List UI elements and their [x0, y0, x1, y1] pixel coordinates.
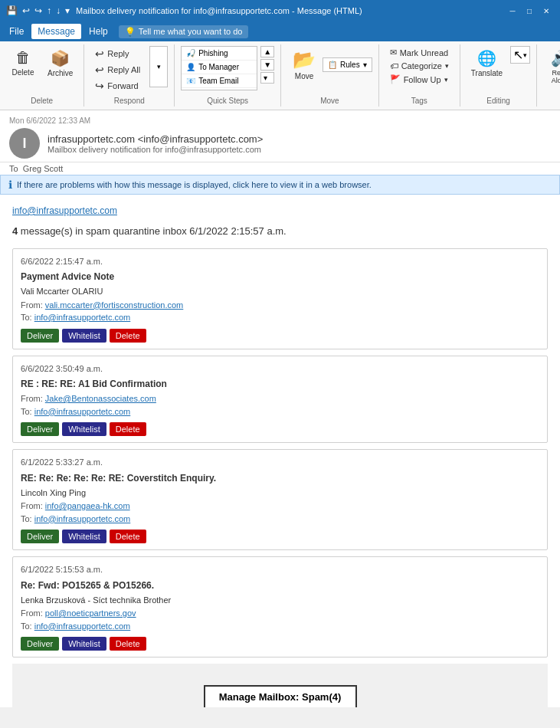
quicksteps-more[interactable]: ▾	[260, 72, 274, 84]
ribbon-group-tags-buttons: ✉ Mark Unread 🏷 Categorize ▾ 🚩 Follow Up…	[385, 46, 454, 95]
info-bar-text: If there are problems with how this mess…	[17, 180, 372, 189]
undo-icon[interactable]: ↩	[22, 5, 30, 16]
ribbon-group-respond-label: Respond	[114, 95, 145, 105]
msg-subject-3: Re: Fwd: PO15265 & PO15266.	[21, 579, 539, 592]
title-bar-icons: 💾 ↩ ↪ ↑ ↓ ▾	[6, 5, 70, 16]
delete-btn-0[interactable]: Delete	[110, 329, 146, 343]
msg-from-email-2[interactable]: info@pangaea-hk.com	[45, 501, 130, 510]
msg-from-2: From: info@pangaea-hk.com	[21, 500, 539, 513]
msg-name-2: Lincoln Xing Ping	[21, 487, 539, 500]
follow-up-button[interactable]: 🚩 Follow Up ▾	[385, 73, 454, 86]
respond-dropdown[interactable]: ▾	[149, 46, 168, 87]
categorize-button[interactable]: 🏷 Categorize ▾	[385, 60, 454, 72]
tell-me-input[interactable]: 💡 Tell me what you want to do	[119, 25, 249, 38]
whitelist-btn-0[interactable]: Whitelist	[62, 329, 106, 343]
menu-file[interactable]: File	[3, 24, 30, 39]
forward-button[interactable]: ↪ Forward	[90, 78, 145, 93]
move-button[interactable]: 📂 Move	[287, 46, 321, 84]
phishing-icon: 🎣	[186, 49, 195, 57]
msg-to-email-3[interactable]: info@infrasupportetc.com	[34, 621, 131, 631]
message-card-1: 6/6/2022 3:50:49 a.m. RE : RE: RE: A1 Bi…	[12, 356, 548, 444]
delete-btn-1[interactable]: Delete	[110, 422, 146, 436]
message-card-2: 6/1/2022 5:33:27 a.m. RE: Re: Re: Re: Re…	[12, 449, 548, 550]
window-title: Mailbox delivery notification for info@i…	[76, 6, 362, 15]
archive-label: Archive	[47, 69, 73, 77]
email-to-row: To Greg Scott	[0, 162, 560, 175]
delete-button[interactable]: 🗑 Delete	[6, 46, 40, 80]
rules-arrow: ▾	[363, 61, 367, 69]
archive-button[interactable]: 📦 Archive	[43, 46, 77, 80]
reply-button[interactable]: ↩ Reply	[90, 46, 145, 61]
quicksteps-up[interactable]: ▲	[260, 46, 274, 57]
maximize-button[interactable]: □	[522, 5, 537, 17]
ribbon: 🗑 Delete 📦 Archive Delete ↩ Reply ↩ Repl…	[0, 41, 560, 110]
reply-all-button[interactable]: ↩ Reply All	[90, 62, 145, 77]
whitelist-btn-3[interactable]: Whitelist	[62, 637, 106, 651]
info-icon: ℹ	[8, 179, 12, 191]
move-col: 📂 Move 📋 Rules ▾	[287, 46, 372, 84]
whitelist-btn-2[interactable]: Whitelist	[62, 530, 106, 543]
delete-label: Delete	[12, 68, 34, 77]
info-bar[interactable]: ℹ If there are problems with how this me…	[0, 175, 560, 195]
msg-to-email-0[interactable]: info@infrasupportetc.com	[34, 313, 131, 322]
up-icon[interactable]: ↑	[47, 5, 51, 16]
reply-all-icon: ↩	[95, 64, 104, 76]
avatar: I	[9, 128, 40, 159]
editing-cursor-btn[interactable]: ↖ ▾	[510, 46, 530, 64]
email-sender-row: I infrasupportetc.com <info@infrasupport…	[9, 128, 551, 159]
ribbon-group-quicksteps-label: Quick Steps	[207, 95, 248, 105]
delete-btn-3[interactable]: Delete	[110, 637, 146, 651]
quick-step-manager[interactable]: 👤 To Manager	[182, 61, 257, 74]
quick-step-team-email[interactable]: 📧 Team Email	[182, 74, 257, 88]
forward-label: Forward	[107, 81, 138, 90]
down-icon[interactable]: ↓	[56, 5, 61, 16]
message-card-3: 6/1/2022 5:15:53 a.m. Re: Fwd: PO15265 &…	[12, 556, 548, 657]
ribbon-group-editing-buttons: 🌐 Translate ↖ ▾	[467, 46, 530, 95]
manage-mailbox-button[interactable]: Manage Mailbox: Spam(4)	[204, 685, 357, 707]
msg-subject-1: RE : RE: RE: A1 Bid Confirmation	[21, 377, 539, 391]
whitelist-btn-1[interactable]: Whitelist	[62, 422, 106, 436]
delete-btn-2[interactable]: Delete	[110, 530, 146, 543]
read-aloud-button[interactable]: 🔊 Read Aloud	[543, 46, 560, 87]
deliver-btn-3[interactable]: Deliver	[21, 637, 59, 651]
cursor-icon: ↖	[513, 48, 523, 62]
rules-label: Rules	[340, 61, 360, 69]
deliver-btn-0[interactable]: Deliver	[21, 329, 59, 343]
redo-icon[interactable]: ↪	[34, 5, 42, 16]
translate-button[interactable]: 🌐 Translate	[467, 46, 507, 80]
ribbon-group-immersive-buttons: 🔊 Read Aloud 📖 Immersive Reader	[543, 46, 560, 95]
lightbulb-icon: 💡	[125, 27, 136, 37]
ribbon-group-move-label: Move	[320, 95, 339, 105]
msg-subject-0: Payment Advice Note	[21, 270, 539, 284]
menu-help[interactable]: Help	[83, 24, 114, 39]
mark-unread-button[interactable]: ✉ Mark Unread	[385, 46, 454, 59]
read-aloud-label: Read Aloud	[548, 69, 560, 84]
spam-summary: 4 message(s) in spam quarantine inbox 6/…	[12, 224, 548, 239]
msg-to-email-1[interactable]: info@infrasupportetc.com	[34, 407, 131, 416]
save-icon[interactable]: 💾	[6, 5, 18, 16]
more-icon[interactable]: ▾	[65, 5, 70, 16]
close-button[interactable]: ✕	[539, 5, 554, 17]
msg-from-email-1[interactable]: Jake@Bentonassociates.com	[45, 394, 156, 403]
quicksteps-down[interactable]: ▼	[260, 59, 274, 71]
msg-to-email-2[interactable]: info@infrasupportetc.com	[34, 514, 131, 523]
sender-email-link[interactable]: info@infrasupportetc.com	[12, 205, 117, 216]
msg-from-email-0[interactable]: vali.mccarter@fortisconstruction.com	[45, 300, 184, 310]
email-sender-info: infrasupportetc.com <info@infrasupportet…	[47, 133, 551, 154]
minimize-button[interactable]: ─	[505, 5, 520, 17]
ribbon-group-delete: 🗑 Delete 📦 Archive Delete	[0, 44, 84, 107]
deliver-btn-1[interactable]: Deliver	[21, 422, 59, 436]
msg-actions-2: Deliver Whitelist Delete	[21, 530, 539, 543]
rules-button[interactable]: 📋 Rules ▾	[323, 57, 372, 72]
ribbon-group-delete-buttons: 🗑 Delete 📦 Archive	[6, 46, 77, 95]
delete-icon: 🗑	[15, 49, 31, 67]
msg-from-email-3[interactable]: poll@noeticpartners.gov	[45, 608, 136, 618]
quicksteps-controls: ▲ ▼ ▾	[260, 46, 274, 84]
msg-to-1: To: info@infrasupportetc.com	[21, 405, 539, 418]
reply-icon: ↩	[95, 48, 104, 60]
mark-unread-icon: ✉	[390, 48, 397, 57]
quick-step-phishing[interactable]: 🎣 Phishing	[182, 47, 257, 61]
msg-to-2: To: info@infrasupportetc.com	[21, 513, 539, 526]
deliver-btn-2[interactable]: Deliver	[21, 530, 59, 543]
menu-message[interactable]: Message	[31, 24, 81, 39]
